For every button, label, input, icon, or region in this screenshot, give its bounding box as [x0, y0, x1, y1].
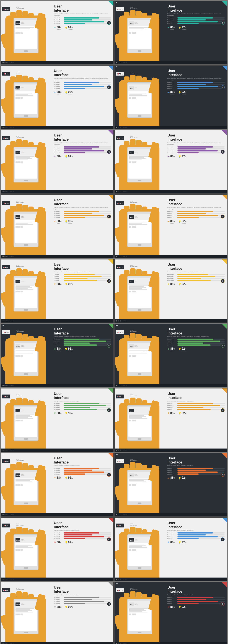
stats-row: 👁88%💡92% [168, 541, 224, 544]
param-row-3: Parameter 4 [168, 603, 224, 604]
stats-row: 👁88%💡92% [54, 412, 111, 415]
bulb-icon: 💡 [65, 283, 68, 286]
tablet-screen: HERO v1WE ARECREATIVE [15, 536, 37, 566]
stat-creativity: 💡92% [178, 412, 186, 415]
agency-block: WE ARECREATIVE AGENCY [130, 72, 138, 74]
param-row-3: Parameter 4 [54, 152, 111, 154]
agency-block: WE ARECREATIVE AGENCY [16, 330, 24, 332]
footer-dot-0 [116, 643, 117, 644]
slide-footer: HERO v2 [115, 384, 227, 387]
thumb [115, 291, 125, 306]
point-finger [148, 336, 160, 353]
footer-dot-2 [120, 385, 121, 386]
hero-logo: HERO v1 [2, 265, 10, 269]
param-row-1: Component 2 [168, 276, 224, 277]
c-icon: C [107, 21, 111, 25]
param-row-0: Parameter 1 [168, 211, 224, 212]
stat-visibility: 👁88%Visibility [168, 26, 175, 30]
param-row-1: Parameter 2 [54, 19, 111, 20]
slide-title: User Interface [54, 392, 111, 400]
footer-dot-1 [4, 320, 6, 322]
slide-subtitle: Lorem ipsum dolor sit amet, consectetur … [54, 78, 111, 81]
param-row-3: Parameter 4 [168, 474, 224, 475]
slide-10: HERO v1WE ARECREATIVEHERO v1WE ARECREATI… [115, 260, 227, 322]
illustration-8: HERO v1WE ARECREATIVEHERO v1WE ARECREATI… [115, 198, 168, 255]
bulb-icon: 💡 [178, 26, 181, 29]
param-row-0: Parameter 1 [54, 211, 111, 212]
footer-dot-1 [4, 514, 6, 515]
content-area: User InterfaceLorem ipsum dolor sit amet… [168, 456, 224, 504]
slide-footer: HERO v2 [115, 319, 227, 322]
slide-subtitle: Lorem ipsum dolor sit amet, consectetur … [168, 207, 224, 210]
footer-brand: HERO v2 [123, 320, 127, 322]
illustration-1: HERO v1WE ARECREATIVEHERO v1WE ARECREATI… [1, 4, 55, 61]
stat1-value: 88% [170, 155, 175, 158]
content-area: User InterfaceLorem ipsum dolor sit amet… [54, 585, 111, 633]
slide-13: HERO v1WE ARECREATIVEHERO v1WE ARECREATI… [1, 388, 113, 452]
point-finger [34, 13, 46, 30]
slide-wrapper-10: HERO v1WE ARECREATIVEHERO v1WE ARECREATI… [114, 259, 227, 323]
param-row-0: Component 1 [168, 274, 224, 275]
slide-title: User Interface [168, 198, 224, 206]
footer-dot-1 [4, 385, 6, 386]
illustration-3: HERO v1WE ARECREATIVEHERO v1WE ARECREATI… [1, 69, 55, 126]
stats-row: 👁88%💡92% [54, 155, 111, 158]
agency-block: WE ARECREATIVE AGENCY [16, 459, 24, 461]
param-row-2: Parameter 3 [54, 536, 111, 538]
thumb [115, 226, 125, 242]
agency-block: WE ARECREATIVE AGENCY [130, 265, 138, 268]
illustration-17: HERO v1WE ARECREATIVEHERO v1WE ARECREATI… [1, 521, 55, 578]
hero-logo: HERO v1 [2, 136, 10, 140]
slide-subtitle: Lorem ipsum dolor sit amet, consectetur … [54, 400, 111, 402]
param-row-1: Parameter 2 [168, 19, 224, 20]
tablet-screen: HERO v1WE ARECREATIVE [15, 20, 37, 50]
footer-dot-1 [4, 578, 6, 580]
param-row-1: Parameter 2 [54, 405, 111, 406]
eye-icon: 👁 [54, 412, 56, 414]
tablet-screen: HERO v1WE ARECREATIVE [128, 149, 151, 178]
hero-logo: HERO v1 [116, 265, 124, 269]
point-finger [34, 271, 46, 288]
illustration-4: HERO v1WE ARECREATIVEHERO v1WE ARECREATI… [115, 69, 168, 126]
agency-block: WE ARECREATIVE AGENCY [130, 136, 138, 138]
stat1-value: 88%Visibility [170, 347, 175, 352]
stat-creativity: 💡92%Creativity [178, 347, 186, 352]
slide-footer: HERO v2 [115, 642, 227, 644]
slide-12: HERO v1WE ARECREATIVEHERO v1WE ARECREATI… [115, 324, 227, 387]
content-area: User InterfaceLorem ipsum dolor sit amet… [168, 69, 224, 116]
footer-dot-2 [120, 62, 121, 63]
footer-brand: HERO v2 [123, 62, 127, 63]
stats-row: 👁88%💡92% [168, 282, 224, 286]
footer-dot-0 [116, 62, 117, 63]
thumb [1, 485, 12, 500]
stat-creativity: 💡92% [65, 605, 73, 608]
stat-creativity: 💡92% [178, 605, 186, 608]
eye-icon: 👁 [168, 220, 170, 223]
eye-icon: 👁 [168, 155, 170, 158]
illustration-16: HERO v1WE ARECREATIVEHERO v1WE ARECREATI… [115, 456, 168, 513]
stat1-value: 88% [170, 282, 175, 286]
illustration-5: HERO v1WE ARECREATIVEHERO v1WE ARECREATI… [1, 133, 55, 190]
slide-num-label: 20 [116, 582, 118, 584]
point-finger [148, 77, 160, 94]
slide-title: User Interface [54, 4, 111, 12]
footer-brand: HERO v2 [9, 643, 14, 644]
slide-footer: HERO v2 [1, 190, 113, 193]
num-badge-5 [108, 130, 113, 135]
param-row-0: Parameter 1 [54, 17, 111, 18]
point-finger [34, 400, 46, 417]
slide-num-label: 4 [116, 66, 117, 68]
bulb-icon: 💡 [65, 220, 68, 223]
slide-num-label: 10 [116, 260, 118, 262]
eye-icon: 👁 [168, 26, 170, 29]
hero-logo: HERO v1 [2, 330, 10, 334]
tablet: HERO v1WE ARECREATIVE [14, 212, 39, 247]
footer-brand: HERO v2 [123, 385, 127, 386]
stat1-value: 88%Visibility [170, 26, 175, 30]
slide-num-label: 12 [116, 324, 118, 326]
bulb-icon: 💡 [178, 606, 181, 608]
slide-wrapper-5: HERO v1WE ARECREATIVEHERO v1WE ARECREATI… [1, 130, 114, 194]
content-area: User InterfaceLorem ipsum dolor sit amet… [54, 521, 111, 568]
footer-dot-2 [120, 256, 121, 257]
slide-num-label: 5 [2, 130, 3, 132]
